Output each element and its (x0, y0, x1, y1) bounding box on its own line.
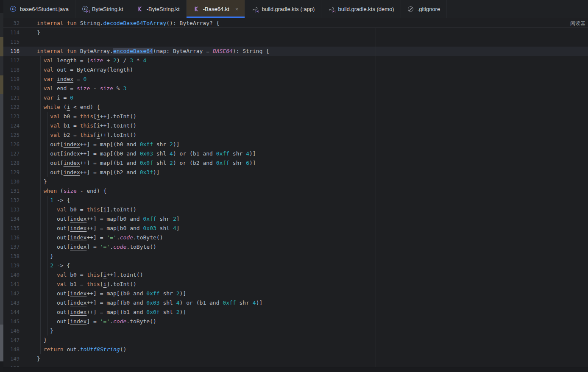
code-token: ++] = map[b0 and (86, 225, 143, 231)
code-line-115[interactable]: 115 (3, 37, 588, 47)
code-editor[interactable]: 32 internal fun String.decodeBase64ToArr… (3, 19, 588, 367)
code-line-131[interactable]: 131 when (size - end) { (3, 186, 588, 196)
code-token: < end) { (70, 104, 100, 110)
code-line-119[interactable]: 119 var index = 0 (3, 75, 588, 84)
code-line-150[interactable]: 150 (3, 364, 588, 367)
code-text: var i = 0 (20, 93, 73, 103)
code-text: val b0 = this[i++].toInt() (20, 270, 143, 280)
code-line-128[interactable]: 128 out[index++] = map[(b1 and 0x0f shl … (3, 158, 588, 168)
code-line-145[interactable]: 145 out[index] = '='.code.toByte() (3, 317, 588, 326)
code-line-134[interactable]: 134 out[index++] = map[b0 and 0xff shr 2… (3, 214, 588, 224)
code-line-132[interactable]: 132 1 -> { (3, 196, 588, 205)
tab-base64student-java[interactable]: Cbase64Student.java (3, 0, 75, 18)
code-line-140[interactable]: 140 val b0 = this[i++].toInt() (3, 270, 588, 280)
tab--gitignore[interactable]: .gitignore (401, 0, 447, 18)
tab-build-gradle-kts-app-[interactable]: Kbuild.gradle.kts (:app) (245, 0, 321, 18)
code-line-130[interactable]: 130 } (3, 177, 588, 186)
left-panel-stripe (0, 0, 3, 372)
line-number: 150 (3, 364, 20, 367)
code-line-137[interactable]: 137 out[index] = '='.code.toByte() (3, 242, 588, 252)
code-token: b1 = (70, 281, 86, 287)
code-line-114[interactable]: 114} (3, 28, 588, 37)
sticky-declaration-line[interactable]: 32 internal fun String.decodeBase64ToArr… (3, 19, 588, 28)
code-line-117[interactable]: 117 val length = (size + 2) / 3 * 4 (3, 56, 588, 65)
code-token: } (37, 328, 53, 334)
line-number: 132 (3, 196, 20, 205)
code-token: )] (249, 160, 256, 166)
code-token: } (37, 337, 47, 343)
tab-label: build.gradle.kts (demo) (338, 6, 394, 12)
code-line-147[interactable]: 147 } (3, 336, 588, 345)
code-text: val out = ByteArray(length) (20, 65, 133, 75)
code-line-135[interactable]: 135 out[index++] = map[b0 and 0x03 shl 4… (3, 224, 588, 233)
code-token: [ (100, 206, 103, 213)
tab--bytestring-kt[interactable]: -ByteString.kt (130, 0, 187, 18)
code-line-133[interactable]: 133 val b0 = this[i].toInt() (3, 205, 588, 214)
code-token: out = ByteArray(length) (57, 67, 133, 73)
code-line-125[interactable]: 125 val b2 = this[i++].toInt() (3, 130, 588, 140)
code-line-126[interactable]: 126 out[index++] = map[(b0 and 0xff shr … (3, 140, 588, 149)
code-token: ++].toInt() (100, 122, 137, 129)
line-number: 126 (3, 140, 20, 149)
code-token: while (44, 104, 60, 110)
code-text: out[index++] = map[(b0 and 0x03 shl 4) o… (20, 298, 262, 308)
code-token: -> { (53, 197, 70, 203)
code-line-146[interactable]: 146 } (3, 326, 588, 336)
code-token: } (37, 355, 40, 362)
code-line-121[interactable]: 121 var i = 0 (3, 93, 588, 103)
code-token: ): String { (233, 48, 269, 54)
code-token: .toByte() (126, 318, 156, 325)
code-line-143[interactable]: 143 out[index++] = map[(b0 and 0x03 shl … (3, 298, 588, 308)
code-line-142[interactable]: 142 out[index++] = map[(b0 and 0xff shr … (3, 289, 588, 298)
code-text: val b1 = this[i++].toInt() (20, 121, 137, 130)
code-token: b0 = (70, 206, 86, 213)
code-line-139[interactable]: 139 2 -> { (3, 261, 588, 270)
code-token: 0x0f (140, 160, 153, 166)
code-line-124[interactable]: 124 val b1 = this[i++].toInt() (3, 121, 588, 130)
line-number: 140 (3, 270, 20, 280)
code-token: shr (156, 216, 173, 222)
indent-guide (54, 205, 54, 252)
ignored-file-icon (407, 6, 414, 12)
line-number: 144 (3, 308, 20, 317)
code-token: 1 (50, 197, 53, 203)
code-line-120[interactable]: 120 val end = size - size % 3 (3, 84, 588, 93)
code-line-138[interactable]: 138 } (3, 252, 588, 261)
code-token: shl (160, 300, 176, 306)
tab-build-gradle-kts-demo-[interactable]: Kbuild.gradle.kts (demo) (321, 0, 401, 18)
code-line-129[interactable]: 129 out[index++] = map[(b2 and 0x3f)] (3, 168, 588, 177)
code-token: () (120, 346, 127, 353)
code-line-148[interactable]: 148 return out.toUtf8String() (3, 345, 588, 354)
code-token: ++] = map[b0 and (86, 216, 143, 222)
code-token: = (60, 94, 70, 101)
code-token: . (110, 244, 113, 250)
code-line-127[interactable]: 127 out[index++] = map[(b0 and 0x03 shl … (3, 149, 588, 158)
code-line-123[interactable]: 123 val b0 = this[i++].toInt() (3, 112, 588, 121)
reader-mode-label[interactable]: 阅读器 (570, 19, 585, 28)
code-text: out[index++] = map[b0 and 0xff shr 2] (20, 214, 180, 224)
tab-bytestring-kt[interactable]: CKByteString.kt (75, 0, 130, 18)
close-icon[interactable]: × (235, 6, 239, 12)
tab--base64-kt[interactable]: -Base64.kt× (187, 0, 245, 18)
code-token: BASE64 (213, 48, 233, 54)
code-line-122[interactable]: 122 while (i < end) { (3, 103, 588, 112)
code-token: 3 (123, 85, 127, 92)
line-number: 147 (3, 336, 20, 345)
code-token: this (86, 272, 100, 278)
code-line-118[interactable]: 118 val out = ByteArray(length) (3, 65, 588, 75)
tab-label: -ByteString.kt (147, 6, 180, 12)
code-text: val b0 = this[i].toInt() (20, 205, 137, 214)
code-line-144[interactable]: 144 out[index++] = map[(b1 and 0x0f shl … (3, 308, 588, 317)
code-token: 0xff (140, 141, 153, 147)
code-token: index (70, 309, 86, 315)
stripe-scroll-thumb[interactable] (0, 325, 3, 361)
code-line-141[interactable]: 141 val b1 = this[i].toInt() (3, 280, 588, 289)
code-token: val (57, 272, 70, 278)
code-line-149[interactable]: 149} (3, 354, 588, 364)
code-line-116[interactable]: 116internal fun ByteArray.encodeBase64(m… (3, 47, 588, 56)
code-line-136[interactable]: 136 out[index++] = '='.code.toByte() (3, 233, 588, 242)
code-token: out[ (37, 169, 64, 175)
line-number: 135 (3, 224, 20, 233)
sticky-line-code: internal fun String.decodeBase64ToArray(… (20, 19, 220, 28)
code-text: } (20, 28, 40, 37)
